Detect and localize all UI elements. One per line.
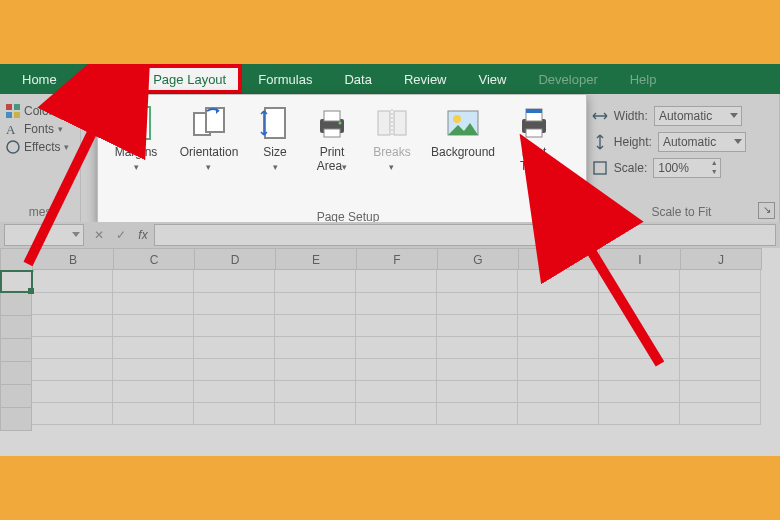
- cell[interactable]: [518, 380, 599, 403]
- row-header[interactable]: [0, 385, 32, 408]
- cell[interactable]: [680, 402, 761, 425]
- cell[interactable]: [518, 402, 599, 425]
- cell[interactable]: [599, 380, 680, 403]
- column-header[interactable]: G: [438, 248, 519, 270]
- select-all-corner[interactable]: [0, 248, 34, 272]
- cell[interactable]: [437, 358, 518, 381]
- cell[interactable]: [599, 292, 680, 315]
- tab-home[interactable]: Home: [6, 64, 73, 94]
- scale-spin[interactable]: 100%▲▼: [653, 158, 721, 178]
- column-header[interactable]: H: [519, 248, 600, 270]
- cell[interactable]: [518, 358, 599, 381]
- cell[interactable]: [599, 358, 680, 381]
- orientation-button[interactable]: Orientation▾: [172, 99, 246, 174]
- cell[interactable]: [680, 336, 761, 359]
- cell[interactable]: [599, 270, 680, 293]
- cell[interactable]: [194, 336, 275, 359]
- cell[interactable]: [32, 336, 113, 359]
- size-button[interactable]: Size▾: [250, 99, 300, 174]
- row-header[interactable]: [0, 408, 32, 431]
- margins-button[interactable]: Margins▾: [104, 99, 168, 174]
- cell[interactable]: [680, 270, 761, 293]
- tab-data[interactable]: Data: [328, 64, 387, 94]
- cell[interactable]: [194, 380, 275, 403]
- cell[interactable]: [194, 292, 275, 315]
- cell[interactable]: [518, 314, 599, 337]
- tab-insert[interactable]: Insert: [73, 64, 138, 94]
- tab-developer[interactable]: Developer: [522, 64, 613, 94]
- column-header[interactable]: D: [195, 248, 276, 270]
- width-combo[interactable]: Automatic: [654, 106, 742, 126]
- row-header[interactable]: [0, 293, 32, 316]
- tab-formulas[interactable]: Formulas: [242, 64, 328, 94]
- row-header[interactable]: [0, 339, 32, 362]
- cell[interactable]: [113, 358, 194, 381]
- cell[interactable]: [113, 314, 194, 337]
- cell[interactable]: [437, 380, 518, 403]
- height-combo[interactable]: Automatic: [658, 132, 746, 152]
- enter-formula-button[interactable]: ✓: [110, 224, 132, 246]
- cell[interactable]: [518, 270, 599, 293]
- cell[interactable]: [680, 314, 761, 337]
- cell[interactable]: [194, 314, 275, 337]
- cell[interactable]: [275, 292, 356, 315]
- cell[interactable]: [194, 270, 275, 293]
- cell[interactable]: [437, 402, 518, 425]
- cell[interactable]: [437, 314, 518, 337]
- cancel-formula-button[interactable]: ✕: [88, 224, 110, 246]
- cell[interactable]: [113, 336, 194, 359]
- cell[interactable]: [32, 380, 113, 403]
- breaks-button[interactable]: Breaks▾: [364, 99, 420, 174]
- cell[interactable]: [599, 402, 680, 425]
- scale-dialog-launcher[interactable]: ↘: [758, 202, 775, 219]
- print-area-button[interactable]: Print Area▾: [304, 99, 360, 174]
- cell[interactable]: [32, 292, 113, 315]
- cell[interactable]: [194, 358, 275, 381]
- themes-effects-button[interactable]: Effects▾: [6, 140, 69, 154]
- active-cell[interactable]: [0, 270, 33, 293]
- cell[interactable]: [32, 358, 113, 381]
- cell[interactable]: [194, 402, 275, 425]
- cell[interactable]: [275, 270, 356, 293]
- cell[interactable]: [275, 336, 356, 359]
- cell[interactable]: [113, 380, 194, 403]
- cell[interactable]: [356, 270, 437, 293]
- column-header[interactable]: E: [276, 248, 357, 270]
- cell[interactable]: [680, 292, 761, 315]
- cell[interactable]: [356, 402, 437, 425]
- name-box[interactable]: [4, 224, 84, 246]
- cell[interactable]: [113, 270, 194, 293]
- cell[interactable]: [275, 380, 356, 403]
- cell[interactable]: [518, 336, 599, 359]
- column-header[interactable]: J: [681, 248, 762, 270]
- cell[interactable]: [599, 314, 680, 337]
- cell[interactable]: [275, 358, 356, 381]
- cell[interactable]: [437, 270, 518, 293]
- cell[interactable]: [32, 270, 113, 293]
- background-button[interactable]: Background: [424, 99, 502, 159]
- cell[interactable]: [356, 292, 437, 315]
- cell[interactable]: [437, 292, 518, 315]
- cell[interactable]: [518, 292, 599, 315]
- column-header[interactable]: B: [32, 248, 114, 270]
- worksheet-grid[interactable]: BCDEFGHIJ: [0, 248, 780, 456]
- cell[interactable]: [599, 336, 680, 359]
- tab-help[interactable]: Help: [614, 64, 673, 94]
- cell[interactable]: [356, 314, 437, 337]
- cell[interactable]: [113, 292, 194, 315]
- cell[interactable]: [356, 380, 437, 403]
- cell[interactable]: [32, 402, 113, 425]
- insert-function-button[interactable]: fx: [132, 224, 154, 246]
- cell[interactable]: [32, 314, 113, 337]
- cell[interactable]: [437, 336, 518, 359]
- themes-colors-button[interactable]: Colors▾: [6, 104, 68, 118]
- print-titles-button[interactable]: Print Titles: [506, 99, 562, 173]
- cell[interactable]: [113, 402, 194, 425]
- column-header[interactable]: C: [114, 248, 195, 270]
- tab-view[interactable]: View: [463, 64, 523, 94]
- tab-review[interactable]: Review: [388, 64, 463, 94]
- column-header[interactable]: I: [600, 248, 681, 270]
- row-header[interactable]: [0, 316, 32, 339]
- row-header[interactable]: [0, 362, 32, 385]
- cell[interactable]: [680, 380, 761, 403]
